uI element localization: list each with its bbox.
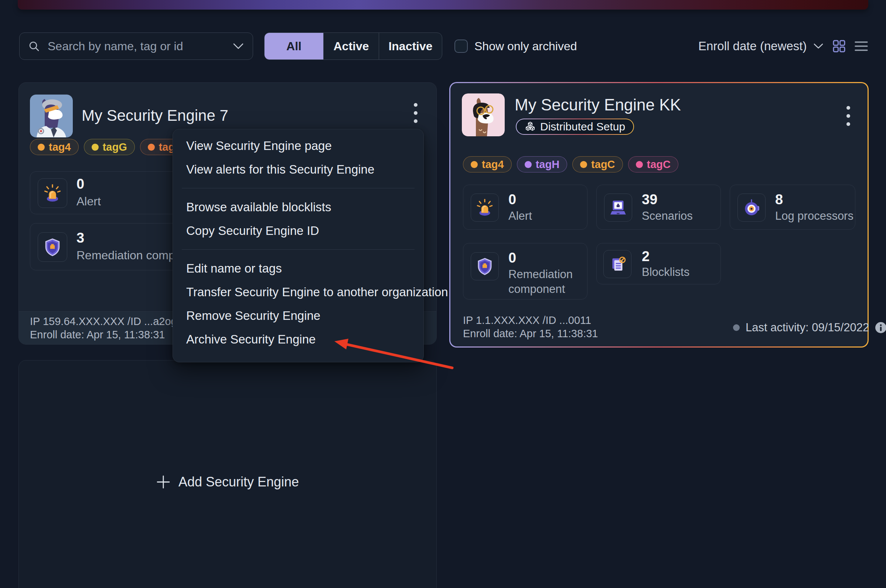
show-archived-checkbox[interactable]: [455, 39, 468, 53]
engine-avatar: [30, 94, 73, 137]
grid-view-icon[interactable]: [831, 38, 847, 54]
stat-tile-alerts: 0 Alert: [463, 184, 587, 230]
stat-tile-scenarios: 39 Scenarios: [596, 184, 721, 230]
tag-row: tag4 tagH tagC tagC: [463, 156, 678, 172]
tag-badge: tag4: [463, 156, 512, 172]
menu-item-view-alerts[interactable]: View alerts for this Security Engine: [173, 158, 423, 182]
tab-active[interactable]: Active: [324, 33, 379, 60]
plus-icon: [156, 475, 170, 489]
tag-dot: [148, 144, 155, 151]
stat-value: 0: [508, 192, 516, 208]
stat-label: Alert: [77, 194, 101, 208]
stat-tile-blocklists: 2 Blocklists: [596, 243, 721, 284]
last-activity-label: Last activity: 09/15/2022: [746, 321, 869, 334]
chevron-down-icon[interactable]: [233, 43, 244, 50]
stat-value: 0: [77, 176, 84, 192]
orb-eye-icon: [737, 194, 766, 222]
status-dot: [733, 324, 740, 331]
engine-ip-id: IP 1.1.XXX.XXX /ID ...0011: [463, 314, 591, 327]
alert-siren-icon: [471, 194, 499, 222]
menu-item-transfer-engine[interactable]: Transfer Security Engine to another orga…: [173, 280, 423, 304]
tab-all[interactable]: All: [264, 33, 324, 60]
tag-dot: [580, 161, 587, 168]
menu-item-remove-engine[interactable]: Remove Security Engine: [173, 304, 423, 328]
sort-value: Enroll date (newest): [698, 39, 806, 53]
shield-icon: [38, 232, 67, 262]
menu-item-view-engine-page[interactable]: View Security Engine page: [173, 134, 423, 158]
stat-tile-remediation: 0 Remediation component: [463, 243, 587, 300]
stat-label: Log processors: [775, 208, 853, 224]
tag-dot: [92, 144, 99, 151]
tag-badge: tagH: [517, 156, 567, 172]
engine-enroll-date: Enroll date: Apr 15, 11:38:31: [463, 328, 598, 340]
menu-item-archive-engine[interactable]: Archive Security Engine: [173, 328, 423, 351]
stat-label: Alert: [508, 208, 532, 224]
menu-divider: [182, 188, 414, 188]
stat-value: 3: [77, 230, 84, 246]
list-view-icon[interactable]: [853, 38, 869, 54]
engine-card-2[interactable]: My Security Engine KK Distributed Setup …: [449, 82, 869, 348]
distributed-setup-label: Distributed Setup: [540, 120, 625, 133]
tag-row: tag4 tagG tagF: [30, 139, 189, 155]
engine-title: My Security Engine 7: [82, 106, 228, 126]
engine-menu-kebab-icon[interactable]: [406, 99, 425, 128]
engine-title: My Security Engine KK: [515, 95, 681, 115]
tag-badge: tag4: [30, 139, 79, 155]
tag-dot: [38, 144, 45, 151]
tab-inactive[interactable]: Inactive: [379, 33, 442, 60]
engine-avatar: [462, 93, 505, 136]
stat-label: Remediation component: [508, 267, 580, 297]
blocklist-doc-icon: [603, 250, 631, 278]
stat-label: Scenarios: [642, 208, 693, 224]
stat-value: 0: [508, 250, 516, 266]
menu-divider: [182, 249, 414, 250]
shield-icon: [471, 252, 499, 280]
cubes-icon: [525, 121, 536, 132]
stat-label: Blocklists: [642, 265, 689, 280]
tag-dot: [525, 161, 532, 168]
stat-tile-log-processors: 8 Log processors: [730, 184, 855, 230]
show-archived-label[interactable]: Show only archived: [475, 38, 577, 54]
laptop-icon: [604, 194, 632, 222]
tag-dot: [471, 161, 478, 168]
menu-item-edit-name-tags[interactable]: Edit name or tags: [173, 257, 423, 280]
chevron-down-icon: [813, 43, 824, 49]
stat-value: 8: [775, 192, 783, 208]
top-gradient-bar: [18, 0, 868, 10]
stat-value: 2: [642, 249, 650, 264]
tag-dot: [636, 161, 643, 168]
stat-value: 39: [642, 192, 657, 208]
tag-badge: tagG: [84, 139, 135, 155]
tag-badge: tagC: [628, 156, 678, 172]
menu-item-copy-engine-id[interactable]: Copy Security Engine ID: [173, 219, 423, 243]
search-icon: [29, 40, 39, 52]
menu-item-browse-blocklists[interactable]: Browse available blocklists: [173, 195, 423, 219]
distributed-setup-badge: Distributed Setup: [516, 118, 634, 135]
info-icon[interactable]: [875, 322, 886, 333]
add-engine-label: Add Security Engine: [179, 474, 299, 490]
status-filter-tabs: All Active Inactive: [264, 33, 442, 60]
security-engines-page: All Active Inactive Show only archived E…: [0, 0, 886, 588]
search-input[interactable]: [47, 39, 233, 54]
engine-menu-kebab-icon[interactable]: [839, 102, 857, 130]
engine-ip-id: IP 159.64.XXX.XXX /ID ...a2og: [30, 315, 177, 328]
engine-context-menu: View Security Engine page View alerts fo…: [173, 129, 424, 362]
tag-badge: tagC: [572, 156, 623, 172]
search-box[interactable]: [19, 33, 253, 60]
sort-dropdown[interactable]: Enroll date (newest): [698, 36, 824, 57]
engine-enroll-date: Enroll date: Apr 15, 11:38:31: [30, 329, 165, 341]
add-engine-card[interactable]: Add Security Engine: [18, 360, 437, 588]
last-activity: Last activity: 09/15/2022: [733, 321, 886, 334]
alert-siren-icon: [38, 178, 67, 208]
